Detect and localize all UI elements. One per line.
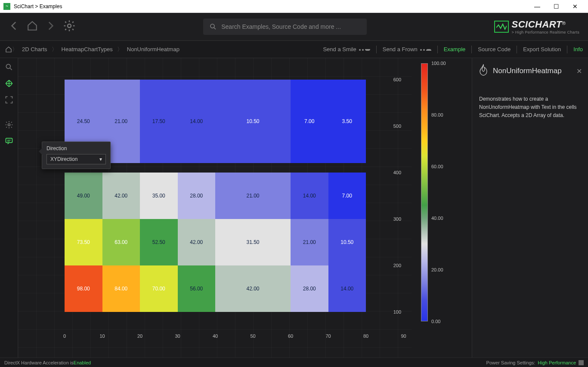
heatmap-cell: 42.00 (102, 173, 140, 219)
info-title: NonUniformHeatmap (493, 67, 562, 75)
heatmap: 98.0084.0070.0056.0042.0028.0014.0073.50… (65, 80, 366, 312)
maximize-button[interactable]: ☐ (547, 0, 566, 13)
y-tick: 500 (393, 123, 401, 129)
svg-point-3 (8, 124, 10, 126)
send-smile-link[interactable]: Send a Smile (323, 46, 370, 52)
tool-sidebar (0, 58, 18, 358)
settings-button[interactable] (63, 19, 76, 34)
colorbar-tick: 100.00 (431, 61, 446, 66)
direction-label: Direction (46, 145, 106, 151)
window-titlebar: ~ SciChart > Examples — ☐ ✕ (0, 0, 588, 13)
heatmap-cell: 56.00 (178, 265, 216, 312)
x-tick: 60 (288, 333, 293, 339)
fullscreen-tool[interactable] (3, 94, 15, 105)
flame-icon (478, 64, 489, 78)
logo-mark-icon (494, 21, 509, 33)
heatmap-cell: 7.00 (291, 80, 328, 163)
heatmap-cell: 42.00 (215, 265, 291, 312)
breadcrumb-bar: 〉 2D Charts 〉 HeatmapChartTypes 〉 NonUni… (0, 41, 588, 58)
chart-area[interactable]: 98.0084.0070.0056.0042.0028.0014.0073.50… (18, 58, 412, 358)
colorbar-tick: 80.00 (431, 112, 443, 117)
heatmap-cell: 84.00 (102, 265, 140, 312)
close-button[interactable]: ✕ (566, 0, 585, 13)
pan-tool[interactable] (3, 78, 15, 89)
heatmap-cell: 21.00 (215, 173, 291, 219)
heatmap-cell: 3.50 (328, 80, 366, 163)
y-tick: 400 (393, 170, 401, 175)
x-tick: 40 (213, 333, 218, 339)
x-tick: 30 (175, 333, 180, 339)
svg-point-0 (68, 24, 71, 28)
x-tick: 80 (363, 333, 368, 339)
heatmap-cell: 7.00 (328, 173, 366, 219)
power-settings-button[interactable] (579, 360, 584, 365)
status-bar: DirectX Hardware Acceleration is Enabled… (0, 358, 588, 367)
breadcrumb-home-icon[interactable] (5, 46, 12, 53)
heatmap-cell: 28.00 (178, 173, 216, 219)
heatmap-cell: 14.00 (328, 265, 366, 312)
colorbar-tick: 0.00 (431, 319, 440, 324)
svg-rect-4 (6, 138, 12, 142)
direction-dropdown[interactable]: XYDirection ▾ (46, 154, 106, 164)
tab-export-solution[interactable]: Export Solution (523, 46, 561, 52)
y-tick: 600 (393, 77, 401, 82)
brand-logo: SCICHART® > High Performance Realtime Ch… (494, 19, 579, 34)
x-axis: 0102030405060708090 (53, 333, 393, 342)
info-panel: NonUniformHeatmap ✕ Demonstrates how to … (472, 58, 588, 358)
brand-subtext: > High Performance Realtime Charts (511, 30, 579, 34)
heatmap-cell: 21.00 (291, 219, 328, 265)
heatmap-cell: 31.50 (215, 219, 291, 265)
heatmap-cell: 70.00 (140, 265, 178, 312)
heatmap-cell: 17.50 (140, 80, 178, 163)
breadcrumb-item[interactable]: 2D Charts (18, 46, 52, 52)
heatmap-cell: 98.00 (65, 265, 102, 312)
x-tick: 70 (325, 333, 331, 339)
heatmap-cell: 10.50 (215, 80, 291, 163)
heatmap-cell: 73.50 (65, 219, 102, 265)
comment-tool[interactable] (3, 136, 15, 147)
info-body: Demonstrates how to create a NonUnoformH… (472, 82, 588, 133)
heatmap-cell: 63.00 (102, 219, 140, 265)
heatmap-cell: 14.00 (291, 173, 328, 219)
heatmap-cell: 35.00 (140, 173, 178, 219)
tab-info[interactable]: Info (573, 46, 583, 52)
app-icon: ~ (3, 3, 10, 10)
heatmap-cell: 52.50 (140, 219, 178, 265)
y-tick: 200 (393, 263, 401, 268)
y-axis: 100200300400500600 (371, 71, 401, 321)
svg-point-1 (210, 24, 214, 28)
forward-button[interactable] (45, 20, 56, 33)
home-button[interactable] (27, 20, 38, 33)
colorbar (421, 63, 428, 321)
minimize-button[interactable]: — (528, 0, 547, 13)
y-tick: 100 (393, 309, 401, 315)
breadcrumb-item[interactable]: HeatmapChartTypes (57, 46, 117, 52)
gear-tool[interactable] (3, 119, 15, 130)
zoom-tool[interactable] (3, 62, 15, 73)
heatmap-cell: 28.00 (291, 265, 328, 312)
heatmap-cell: 14.00 (178, 80, 216, 163)
search-placeholder: Search Examples, Source Code and more ..… (221, 23, 341, 30)
heatmap-cell: 42.00 (178, 219, 216, 265)
x-tick: 0 (63, 333, 66, 339)
tab-example[interactable]: Example (444, 46, 466, 52)
x-tick: 10 (99, 333, 105, 339)
top-nav: Search Examples, Source Code and more ..… (0, 13, 588, 41)
tab-source-code[interactable]: Source Code (478, 46, 511, 52)
colorbar-tick: 40.00 (431, 216, 443, 221)
colorbar-tick: 20.00 (431, 267, 443, 272)
breadcrumb-item[interactable]: NonUniformHeatmap (123, 46, 184, 52)
window-title: SciChart > Examples (14, 3, 62, 9)
heatmap-cell: 49.00 (65, 173, 102, 219)
x-tick: 20 (137, 333, 142, 339)
direction-panel: Direction XYDirection ▾ (42, 142, 111, 169)
colorbar-area: 100.0080.0060.0040.0020.000.00 (412, 58, 472, 358)
svg-point-2 (6, 64, 10, 68)
back-button[interactable] (9, 20, 20, 33)
x-tick: 90 (401, 333, 406, 339)
info-close-button[interactable]: ✕ (576, 67, 582, 75)
send-frown-link[interactable]: Send a Frown (383, 46, 431, 52)
y-tick: 300 (393, 216, 401, 222)
search-input[interactable]: Search Examples, Source Code and more ..… (203, 19, 367, 35)
search-icon (209, 23, 217, 31)
